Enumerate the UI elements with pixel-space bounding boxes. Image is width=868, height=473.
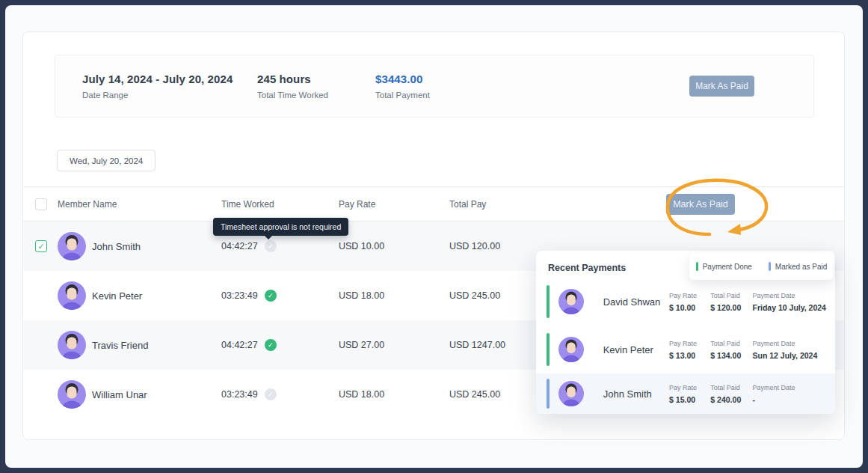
member-avatar — [558, 381, 584, 406]
payment-date-label: Payment Date — [753, 340, 836, 347]
payment-member-name: David Shwan — [603, 296, 669, 308]
time-worked: 03:23:49 — [221, 389, 258, 400]
approved-check-icon: ✓ — [265, 290, 277, 302]
member-name: Kevin Peter — [92, 290, 142, 302]
payment-member-name: Kevin Peter — [603, 344, 669, 355]
col-pay-rate: Pay Rate — [339, 199, 449, 210]
payment-date-value: Friday 10 July, 2024 — [753, 303, 836, 312]
total-paid-label: Total Paid — [710, 292, 752, 299]
member-avatar — [58, 232, 86, 260]
total-time-value: 245 hours — [257, 73, 375, 85]
total-pay: USD 120.00 — [449, 241, 569, 251]
date-range-label: Date Range — [82, 91, 257, 100]
total-payment-label: Total Payment — [375, 91, 689, 100]
summary-mark-as-paid-button[interactable]: Mark As Paid — [689, 76, 754, 97]
member-name: John Smith — [92, 241, 141, 252]
member-name: Travis Friend — [92, 340, 148, 351]
legend-payment-done: Payment Done — [696, 262, 752, 271]
payment-date-value: - — [753, 395, 836, 404]
row-checkbox[interactable]: ✓ — [35, 240, 47, 252]
marked-as-paid-bar-icon — [547, 379, 550, 409]
green-bar-icon — [696, 262, 698, 271]
blue-bar-icon — [769, 262, 771, 271]
summary-total-payment: $3443.00 Total Payment — [375, 73, 689, 100]
pay-rate-label: Pay Rate — [669, 292, 710, 299]
approved-check-icon: ✓ — [265, 339, 277, 351]
payment-date-label: Payment Date — [753, 384, 836, 391]
legend-marked-as-paid: Marked as Paid — [769, 262, 827, 271]
member-avatar — [58, 331, 86, 359]
total-paid-label: Total Paid — [710, 384, 752, 391]
member-avatar — [58, 281, 86, 310]
member-avatar — [58, 380, 86, 409]
pay-rate-value: $ 10.00 — [669, 303, 710, 312]
recent-payments-popover: Recent Payments Payment Done Marked as P… — [536, 251, 835, 414]
payment-member-name: John Smith — [603, 388, 669, 400]
total-time-label: Total Time Worked — [257, 91, 375, 100]
payment-done-bar-icon — [547, 333, 550, 366]
pay-rate-value: $ 13.00 — [669, 351, 710, 360]
col-time-worked: Time Worked — [221, 199, 339, 210]
member-name: William Unar — [92, 389, 147, 400]
approval-tooltip: Timesheet approval is not required — [213, 218, 348, 236]
payments-legend: Payment Done Marked as Paid — [689, 253, 834, 280]
table-mark-as-paid-button[interactable]: Mark As Paid — [666, 194, 735, 215]
approval-pending-icon: ✓ — [265, 240, 277, 252]
summary-total-time: 245 hours Total Time Worked — [257, 73, 375, 100]
table-header-row: Member Name Time Worked Pay Rate Total P… — [23, 186, 844, 222]
col-member-name: Member Name — [58, 199, 221, 210]
payment-date-label: Payment Date — [753, 292, 836, 299]
select-all-checkbox[interactable] — [35, 198, 47, 210]
pay-rate-value: $ 15.00 — [669, 395, 710, 404]
pay-rate: USD 18.00 — [339, 389, 449, 400]
pay-rate-label: Pay Rate — [669, 384, 710, 391]
page-background: July 14, 2024 - July 20, 2024 Date Range… — [5, 5, 863, 468]
recent-payments-title: Recent Payments — [548, 263, 626, 273]
time-worked: 04:42:27 — [221, 340, 258, 350]
member-avatar — [558, 289, 584, 314]
time-worked: 03:23:49 — [221, 290, 258, 301]
summary-strip: July 14, 2024 - July 20, 2024 Date Range… — [55, 55, 814, 118]
total-paid-value: $ 134.00 — [710, 351, 752, 360]
payment-list-item: Kevin Peter Pay Rate $ 13.00 Total Paid … — [536, 326, 835, 373]
payment-done-bar-icon — [547, 285, 550, 318]
total-paid-value: $ 240.00 — [710, 395, 752, 404]
pay-rate: USD 18.00 — [339, 290, 449, 301]
total-payment-value: $3443.00 — [375, 73, 689, 85]
approval-pending-icon: ✓ — [265, 388, 277, 400]
summary-date-range: July 14, 2024 - July 20, 2024 Date Range — [82, 73, 257, 100]
pay-rate: USD 27.00 — [339, 340, 449, 350]
time-worked: 04:42:27 — [221, 241, 258, 251]
date-chip[interactable]: Wed, July 20, 2024 — [57, 150, 156, 171]
member-avatar — [558, 337, 584, 362]
window-frame: July 14, 2024 - July 20, 2024 Date Range… — [0, 0, 868, 473]
pay-rate-label: Pay Rate — [669, 340, 710, 347]
total-paid-label: Total Paid — [710, 340, 752, 347]
date-range-value: July 14, 2024 - July 20, 2024 — [82, 73, 257, 85]
pay-rate: USD 10.00 — [339, 241, 449, 251]
col-total-pay: Total Pay — [449, 199, 569, 210]
payment-date-value: Sun 12 July, 2024 — [753, 351, 836, 360]
total-paid-value: $ 120.00 — [710, 303, 752, 312]
payment-list-item: John Smith Pay Rate $ 15.00 Total Paid $… — [536, 373, 835, 414]
payment-list-item: David Shwan Pay Rate $ 10.00 Total Paid … — [536, 278, 835, 326]
